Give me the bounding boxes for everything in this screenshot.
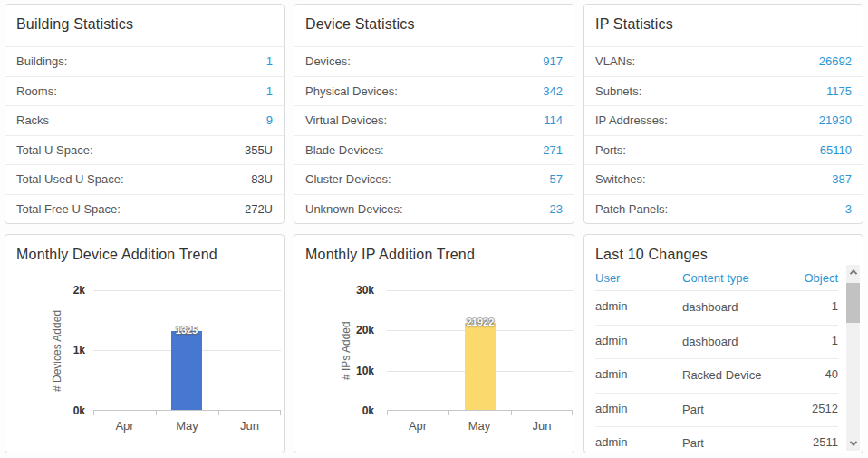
changes-table-header: User Content type Object [595, 266, 838, 291]
scrollbar-track[interactable] [846, 265, 860, 451]
cell-content-type: dashboard [682, 299, 769, 316]
stat-value-link[interactable]: 9 [266, 113, 273, 127]
stat-row-rooms: Rooms: 1 [5, 76, 284, 106]
stat-label: Total Free U Space: [16, 202, 121, 216]
column-header-content-type[interactable]: Content type [682, 270, 769, 287]
x-tick-label-apr: Apr [387, 419, 448, 433]
stat-row-cluster-devices: Cluster Devices: 57 [294, 164, 574, 194]
stat-row-physical-devices: Physical Devices: 342 [294, 76, 574, 106]
chart-title: Monthly Device Addition Trend [5, 235, 284, 273]
scrollbar-thumb[interactable] [846, 283, 860, 323]
stat-value-link[interactable]: 1 [266, 54, 273, 68]
x-tick-label-jun: Jun [511, 419, 573, 433]
stat-label: Physical Devices: [305, 84, 398, 98]
stat-row-total-u-space: Total U Space: 355U [5, 135, 284, 165]
cell-object: 1 [769, 334, 838, 350]
x-tick-label-apr: Apr [93, 419, 156, 433]
cell-object: 2512 [769, 402, 838, 418]
stat-label: Buildings: [16, 54, 67, 68]
panel-title: IP Statistics [584, 5, 863, 43]
stat-label: Total Used U Space: [16, 172, 124, 186]
device-stat-rows: Devices: 917 Physical Devices: 342 Virtu… [294, 46, 574, 223]
bar-value-label: 21922 [467, 317, 495, 327]
column-header-object[interactable]: Object [769, 271, 838, 285]
table-row: admin Racked Device 40 [595, 359, 838, 394]
stat-value-link[interactable]: 26692 [819, 54, 852, 68]
stat-value-link[interactable]: 23 [550, 202, 563, 216]
stat-label: Racks [16, 113, 49, 127]
stat-value-link[interactable]: 271 [543, 143, 563, 157]
y-tick: 30k [294, 284, 374, 297]
cell-user: admin [595, 299, 682, 316]
stat-value-link[interactable]: 342 [543, 84, 563, 98]
cell-content-type: Part [682, 402, 769, 418]
cell-user: admin [595, 334, 682, 350]
ip-trend-chart-panel: Monthly IP Addition Trend # IPs Added 30… [294, 234, 574, 453]
scroll-down-button[interactable] [846, 436, 860, 451]
stat-row-total-free-u-space: Total Free U Space: 272U [5, 194, 284, 224]
stat-row-ip-addresses: IP Addresses: 21930 [584, 105, 863, 135]
stat-row-total-used-u-space: Total Used U Space: 83U [5, 164, 284, 194]
x-tick-label-jun: Jun [218, 419, 281, 433]
stat-row-unknown-devices: Unknown Devices: 23 [294, 194, 574, 224]
stat-value: 355U [245, 143, 273, 157]
stat-label: Cluster Devices: [305, 172, 391, 186]
gridline [93, 290, 281, 291]
stat-row-virtual-devices: Virtual Devices: 114 [294, 105, 574, 135]
table-row: admin dashboard 1 [595, 291, 838, 326]
stat-row-buildings: Buildings: 1 [5, 46, 284, 76]
x-axis-tick [156, 410, 157, 415]
ip-stat-rows: VLANs: 26692 Subnets: 1175 IP Addresses:… [584, 46, 863, 223]
stat-value-link[interactable]: 917 [543, 54, 563, 68]
cell-user: admin [595, 402, 682, 418]
stat-row-patch-panels: Patch Panels: 3 [584, 194, 863, 224]
cell-user: admin [595, 367, 682, 384]
y-tick: 10k [294, 365, 374, 377]
cell-content-type: Part [682, 435, 769, 452]
table-row: admin Part 2511 [595, 427, 838, 453]
cell-user: admin [595, 435, 682, 452]
column-header-user[interactable]: User [595, 271, 682, 285]
building-statistics-panel: Building Statistics Buildings: 1 Rooms: … [5, 4, 285, 224]
x-axis-tick [572, 410, 573, 415]
stat-label: IP Addresses: [595, 113, 668, 127]
y-tick: 2k [5, 284, 85, 297]
stat-label: Ports: [595, 143, 626, 157]
chevron-down-icon [849, 438, 856, 445]
x-axis-tick [93, 410, 94, 415]
stat-row-vlans: VLANs: 26692 [584, 46, 863, 76]
chart-plot-area: 21922 [387, 290, 573, 411]
stat-value-link[interactable]: 387 [832, 172, 852, 186]
stat-value-link[interactable]: 65110 [820, 143, 852, 157]
cell-object: 1 [769, 299, 838, 316]
stat-value-link[interactable]: 114 [544, 113, 563, 127]
scroll-up-button[interactable] [846, 265, 860, 279]
stat-label: Subnets: [595, 84, 641, 98]
stat-label: Blade Devices: [305, 143, 384, 157]
stat-row-blade-devices: Blade Devices: 271 [294, 135, 574, 165]
gridline [387, 290, 573, 291]
x-axis-tick [218, 410, 219, 415]
stat-value-link[interactable]: 1 [266, 84, 273, 98]
y-axis-label: # IPs Added [340, 290, 352, 411]
bar-value-label: 1325 [176, 325, 198, 336]
dashboard-grid: Building Statistics Buildings: 1 Rooms: … [0, 0, 868, 458]
stat-value-link[interactable]: 1175 [826, 84, 852, 98]
stat-value-link[interactable]: 21930 [819, 113, 852, 127]
device-bar-may[interactable]: 1325 [171, 331, 202, 410]
stat-value-link[interactable]: 3 [845, 202, 852, 216]
stat-row-subnets: Subnets: 1175 [584, 76, 863, 106]
stat-value-link[interactable]: 57 [550, 172, 563, 186]
stat-value: 272U [245, 202, 273, 216]
stat-row-ports: Ports: 65110 [584, 135, 863, 165]
ip-bar-may[interactable]: 21922 [465, 323, 496, 410]
stat-row-switches: Switches: 387 [584, 164, 863, 194]
panel-title: Building Statistics [5, 5, 284, 43]
y-tick: 20k [294, 324, 374, 336]
stat-label: Total U Space: [16, 143, 93, 157]
panel-title: Device Statistics [294, 5, 574, 43]
stat-label: Unknown Devices: [305, 202, 403, 216]
stat-label: Patch Panels: [595, 202, 668, 216]
x-axis-tick [511, 410, 512, 415]
stat-value: 83U [251, 172, 273, 186]
